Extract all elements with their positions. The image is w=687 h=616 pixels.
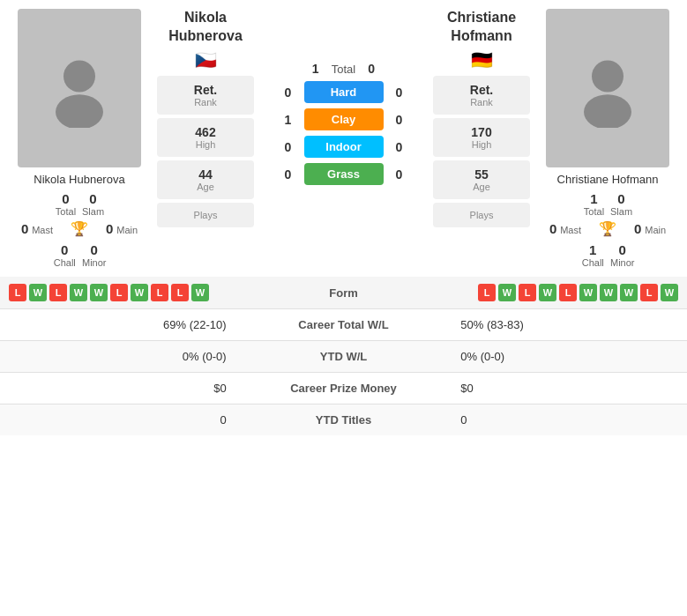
player2-age-label: Age — [433, 182, 530, 192]
grass-button[interactable]: Grass — [304, 163, 384, 185]
player2-chall-stat: 1 Chall — [580, 242, 605, 268]
player2-minor-value: 0 — [619, 242, 626, 257]
player2-stats-grid: 1 Total 0 Slam — [583, 191, 632, 217]
player2-total-value: 1 — [590, 191, 597, 206]
player1-slam-label: Slam — [82, 206, 104, 217]
player1-slam-value: 0 — [89, 191, 96, 206]
form-badge-p2: W — [579, 284, 597, 301]
svg-point-2 — [592, 61, 624, 93]
player1-minor-stat: 0 Minor — [82, 242, 107, 268]
player1-bottom-stats: 0 Chall 0 Minor — [52, 242, 106, 268]
svg-point-3 — [584, 94, 631, 128]
player2-avatar — [546, 9, 669, 167]
player2-main-stat: 0 Main — [634, 221, 666, 236]
clay-p2-score: 0 — [391, 113, 408, 127]
player1-name-center: Nikola Hubnerova — [157, 9, 254, 46]
indoor-p2-score: 0 — [391, 140, 408, 154]
form-badge-p2: W — [661, 284, 678, 301]
player1-minor-label: Minor — [82, 257, 107, 268]
grass-row: 0 Grass 0 — [261, 163, 426, 185]
main-container: Nikola Hubnerova 0 Total 0 Slam 0 Mast 🏆 — [0, 0, 687, 435]
player1-trophy-icon: 🏆 — [71, 220, 88, 237]
form-badge-p2: W — [620, 284, 638, 301]
form-badge-p2: W — [498, 284, 516, 301]
form-badge-p1: L — [110, 284, 128, 301]
form-badge-p1: L — [9, 284, 26, 301]
player2-minor-stat: 0 Minor — [610, 242, 635, 268]
player2-rank-value: Ret. — [433, 83, 530, 97]
player1-mast-stat: 0 Mast — [21, 221, 53, 236]
player1-middle-stats: Nikola Hubnerova 🇨🇿 Ret. Rank 462 High 4… — [157, 9, 254, 268]
player1-main-stat: 0 Main — [106, 221, 138, 236]
form-badge-p2: W — [600, 284, 617, 301]
player2-age-value: 55 — [433, 167, 530, 182]
player2-trophy-row: 0 Mast 🏆 0 Main — [549, 220, 666, 237]
form-badge-p1: L — [151, 284, 168, 301]
player2-chall-value: 1 — [589, 242, 596, 257]
form-badge-p2: W — [539, 284, 556, 301]
player1-mast-label: Mast — [32, 225, 53, 235]
player2-main-value: 0 — [634, 221, 641, 236]
player1-chall-value: 0 — [61, 242, 68, 257]
player2-plays-label: Plays — [433, 210, 530, 220]
player2-main-label: Main — [645, 225, 666, 235]
stats-table: 69% (22-10) Career Total W/L 50% (83-83)… — [0, 308, 687, 435]
top-section: Nikola Hubnerova 0 Total 0 Slam 0 Mast 🏆 — [0, 0, 687, 277]
player2-middle-stats: Christiane Hofmann 🇩🇪 Ret. Rank 170 High… — [433, 9, 530, 268]
form-badge-p1: L — [171, 284, 189, 301]
player1-rank-value: Ret. — [157, 83, 254, 97]
form-badge-p1: W — [70, 284, 87, 301]
hard-p2-score: 0 — [391, 85, 408, 100]
form-right: LWLWLWWWLW — [386, 284, 679, 301]
total-p2-score: 0 — [362, 62, 380, 76]
indoor-row: 0 Indoor 0 — [261, 136, 426, 158]
player2-card: Christiane Hofmann 1 Total 0 Slam 0 Mast… — [537, 9, 678, 268]
player1-main-label: Main — [116, 225, 138, 235]
form-label: Form — [309, 286, 379, 300]
player2-name-center: Christiane Hofmann — [433, 9, 530, 46]
ytd-wl-label: YTD W/L — [241, 341, 447, 373]
titles-label: YTD Titles — [241, 404, 447, 436]
hard-button[interactable]: Hard — [304, 81, 384, 103]
player2-age-box: 55 Age — [433, 160, 530, 199]
player1-ytd-wl: 0% (0-0) — [0, 341, 241, 373]
player2-total-label: Total — [584, 206, 604, 217]
form-badge-p2: L — [478, 284, 496, 301]
player2-mast-label: Mast — [560, 225, 581, 235]
career-wl-row: 69% (22-10) Career Total W/L 50% (83-83) — [0, 309, 687, 341]
player1-plays-box: Plays — [157, 203, 254, 227]
clay-button[interactable]: Clay — [304, 108, 384, 130]
player1-chall-stat: 0 Chall — [52, 242, 77, 268]
clay-p1-score: 1 — [280, 113, 297, 127]
player2-minor-label: Minor — [610, 257, 635, 268]
form-badge-p1: W — [131, 284, 148, 301]
player1-rank-box: Ret. Rank — [157, 76, 254, 115]
form-left: LWLWWLWLLW — [9, 284, 302, 301]
player2-high-value: 170 — [433, 125, 530, 139]
player2-career-wl: 50% (83-83) — [446, 309, 687, 341]
player2-trophy-icon: 🏆 — [599, 220, 616, 237]
player2-ytd-wl: 0% (0-0) — [446, 341, 687, 373]
svg-point-0 — [63, 61, 95, 93]
indoor-p1-score: 0 — [280, 140, 297, 154]
player1-plays-label: Plays — [157, 210, 254, 220]
player1-high-label: High — [157, 139, 254, 150]
player1-chall-label: Chall — [54, 257, 76, 268]
player2-total-stat: 1 Total — [583, 191, 605, 217]
player2-slam-label: Slam — [610, 206, 632, 217]
player2-slam-value: 0 — [617, 191, 624, 206]
player1-rank-sublabel: Rank — [157, 97, 254, 108]
player2-flag: 🇩🇪 — [471, 49, 493, 71]
indoor-button[interactable]: Indoor — [304, 136, 384, 158]
grass-p1-score: 0 — [280, 167, 297, 182]
prize-label: Career Prize Money — [241, 373, 447, 404]
player1-mast-value: 0 — [21, 221, 28, 236]
player1-high-value: 462 — [157, 125, 254, 139]
player1-trophy-row: 0 Mast 🏆 0 Main — [21, 220, 138, 237]
player1-slam-stat: 0 Slam — [82, 191, 104, 217]
player2-mast-stat: 0 Mast — [549, 221, 581, 236]
clay-row: 1 Clay 0 — [261, 108, 426, 130]
form-section: LWLWWLWLLW Form LWLWLWWWLW — [0, 277, 687, 308]
player2-mast-value: 0 — [549, 221, 556, 236]
form-badge-p2: L — [519, 284, 536, 301]
